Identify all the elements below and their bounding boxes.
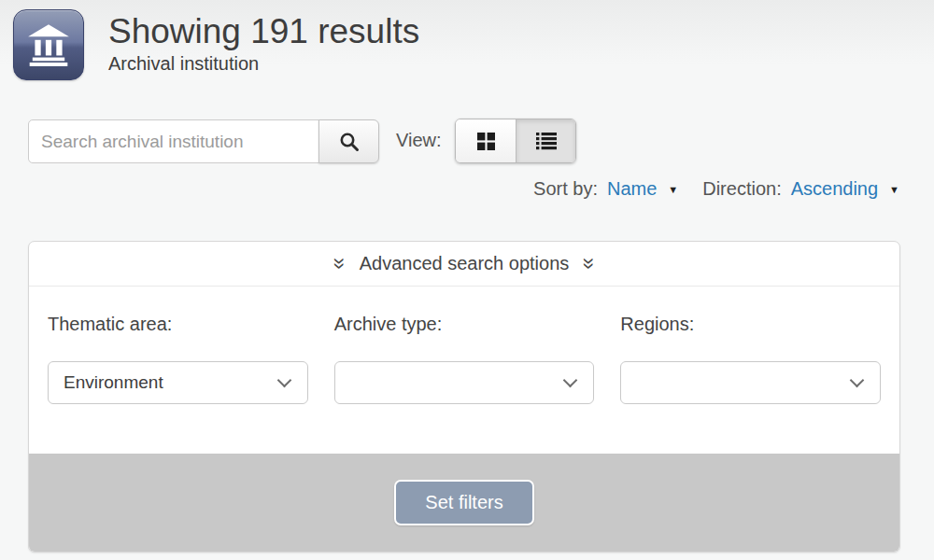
page-header: Showing 191 results Archival institution bbox=[13, 9, 419, 80]
thematic-area-selected-value: Environment bbox=[64, 372, 163, 393]
sort-by-label: Sort by: bbox=[533, 178, 598, 200]
chevron-down-icon bbox=[563, 372, 578, 387]
direction-value-link[interactable]: Ascending bbox=[791, 178, 878, 200]
filter-regions: Regions: bbox=[620, 314, 881, 404]
thematic-area-label: Thematic area: bbox=[48, 314, 308, 335]
header-text: Showing 191 results Archival institution bbox=[108, 9, 419, 75]
view-label: View: bbox=[396, 130, 442, 151]
page-title: Showing 191 results bbox=[108, 11, 419, 52]
page-subtitle: Archival institution bbox=[108, 53, 419, 75]
sort-controls: Sort by: Name ▼ Direction: Ascending ▼ bbox=[533, 178, 899, 200]
chevron-down-icon bbox=[850, 372, 865, 387]
thematic-area-select[interactable]: Environment bbox=[48, 361, 308, 404]
list-view-icon bbox=[536, 132, 557, 150]
search-bar bbox=[28, 119, 379, 163]
search-button[interactable] bbox=[318, 119, 379, 163]
set-filters-button[interactable]: Set filters bbox=[394, 480, 533, 525]
filter-thematic-area: Thematic area: Environment bbox=[48, 314, 308, 404]
double-chevron-down-icon: » bbox=[578, 258, 600, 270]
panel-footer: Set filters bbox=[29, 454, 899, 552]
grid-view-icon bbox=[476, 132, 496, 151]
chevron-down-icon bbox=[276, 372, 291, 387]
advanced-search-panel: » Advanced search options » Thematic are… bbox=[28, 241, 900, 553]
list-view-button[interactable] bbox=[516, 119, 575, 162]
search-input[interactable] bbox=[28, 119, 319, 163]
advanced-search-toggle[interactable]: » Advanced search options » bbox=[29, 242, 899, 287]
advanced-search-title: Advanced search options bbox=[360, 253, 570, 274]
archive-type-label: Archive type: bbox=[334, 314, 595, 335]
view-toggle-group bbox=[455, 119, 576, 163]
magnifier-icon bbox=[338, 131, 361, 153]
sort-by-value-link[interactable]: Name bbox=[607, 178, 657, 200]
double-chevron-down-icon: » bbox=[329, 258, 350, 270]
filter-row: Thematic area: Environment Archive type:… bbox=[29, 287, 899, 404]
grid-view-button[interactable] bbox=[456, 119, 516, 162]
sort-by-caret-icon[interactable]: ▼ bbox=[668, 184, 678, 195]
institution-icon bbox=[13, 9, 84, 80]
direction-caret-icon[interactable]: ▼ bbox=[889, 184, 899, 195]
direction-label: Direction: bbox=[702, 178, 781, 200]
regions-select[interactable] bbox=[620, 361, 881, 404]
regions-label: Regions: bbox=[620, 314, 881, 335]
archive-type-select[interactable] bbox=[334, 361, 595, 404]
filter-archive-type: Archive type: bbox=[334, 314, 595, 404]
